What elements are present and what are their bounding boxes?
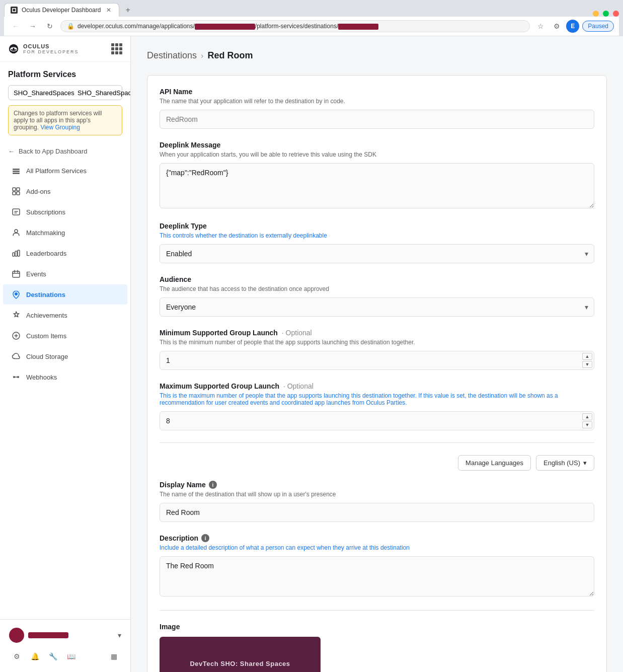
maximize-button[interactable]: □: [603, 11, 609, 17]
description-hint: Include a detailed description of what a…: [160, 544, 594, 551]
min-group-input[interactable]: [160, 351, 594, 370]
sidebar-item-leaderboards[interactable]: Leaderboards: [3, 243, 127, 263]
sidebar: OCULUS FOR DEVELOPERS Platform Services …: [0, 36, 131, 672]
sidebar-item-destinations[interactable]: Destinations: [3, 284, 127, 305]
layers-icon: [11, 166, 21, 176]
svg-rect-9: [13, 188, 16, 191]
profile-button[interactable]: E: [566, 20, 579, 33]
new-tab-button[interactable]: +: [121, 4, 134, 17]
description-section: Description i Include a detailed descrip…: [160, 534, 594, 598]
user-profile-button[interactable]: ▾: [6, 625, 124, 646]
sidebar-nav: ← Back to App Dashboard All Platform Ser…: [0, 138, 130, 619]
lang-label: English (US): [543, 459, 580, 467]
max-group-decrement[interactable]: ▼: [582, 421, 592, 428]
app-select-input[interactable]: SHO_SharedSpaces: [14, 89, 74, 97]
sidebar-footer-actions: ⚙ 🔔 🔧 📖 ▦: [6, 646, 124, 667]
forward-nav-button[interactable]: →: [26, 20, 39, 33]
sidebar-item-matchmaking[interactable]: Matchmaking: [3, 222, 127, 243]
sidebar-item-add-ons[interactable]: Add-ons: [3, 181, 127, 201]
sidebar-item-label-all-platform: All Platform Services: [26, 167, 87, 175]
min-group-increment[interactable]: ▲: [582, 353, 592, 360]
extensions-button[interactable]: ⚙: [550, 20, 563, 33]
min-group-decrement[interactable]: ▼: [582, 361, 592, 368]
deeplink-message-textarea[interactable]: {"map":"RedRoom"}: [160, 163, 594, 208]
events-icon: [11, 269, 21, 279]
address-bar[interactable]: 🔒 developer.oculus.com/manage/applicatio…: [60, 20, 530, 32]
matchmaking-icon: [11, 228, 21, 238]
display-name-section: Display Name i The name of the destinati…: [160, 481, 594, 522]
api-name-label: API Name: [160, 88, 594, 96]
main-content: Destinations › Red Room API Name The nam…: [131, 36, 623, 672]
notifications-button[interactable]: 🔔: [27, 649, 42, 664]
sidebar-item-events[interactable]: Events: [3, 264, 127, 284]
max-group-increment[interactable]: ▲: [582, 413, 592, 420]
sidebar-item-custom-items[interactable]: Custom Items: [3, 326, 127, 346]
tools-button[interactable]: 🔧: [45, 649, 60, 664]
grid-menu-icon[interactable]: [111, 43, 122, 54]
svg-point-5: [14, 48, 16, 50]
back-to-dashboard-link[interactable]: ← Back to App Dashboard: [0, 142, 130, 160]
max-group-label: Maximum Supported Group Launch · Optiona…: [160, 382, 594, 390]
display-name-label: Display Name: [160, 481, 206, 489]
browser-tab[interactable]: Oculus Developer Dashboard ✕: [4, 3, 119, 17]
app-container: OCULUS FOR DEVELOPERS Platform Services …: [0, 36, 623, 672]
deeplink-message-hint: When your application starts, you will b…: [160, 151, 594, 158]
max-group-spinners: ▲ ▼: [582, 413, 592, 428]
max-group-optional: · Optional: [283, 382, 314, 390]
description-textarea[interactable]: The Red Room: [160, 556, 594, 596]
sidebar-item-label-webhooks: Webhooks: [26, 374, 57, 381]
sidebar-header: OCULUS FOR DEVELOPERS: [0, 36, 130, 62]
display-name-input[interactable]: [160, 503, 594, 522]
url-prefix: developer.oculus.com/manage/applications…: [77, 23, 195, 30]
audience-section: Audience The audience that has access to…: [160, 275, 594, 317]
deeplink-type-select[interactable]: Enabled Disabled: [160, 244, 594, 263]
image-title: DevTech SHO: Shared Spaces: [190, 660, 290, 667]
custom-items-icon: [11, 331, 21, 341]
breadcrumb: Destinations › Red Room: [147, 50, 607, 61]
max-group-hint: This is the maximum number of people tha…: [160, 392, 594, 406]
sidebar-item-webhooks[interactable]: Webhooks: [3, 367, 127, 387]
paused-button[interactable]: Paused: [582, 21, 614, 32]
sidebar-item-label-cloud-storage: Cloud Storage: [26, 353, 68, 360]
tab-close-button[interactable]: ✕: [105, 6, 113, 14]
oculus-logo: OCULUS FOR DEVELOPERS: [8, 43, 79, 54]
breadcrumb-current: Red Room: [207, 50, 253, 61]
sidebar-item-subscriptions[interactable]: Subscriptions: [3, 202, 127, 222]
breadcrumb-parent-link[interactable]: Destinations: [147, 50, 197, 61]
bookmark-button[interactable]: ☆: [534, 20, 547, 33]
svg-rect-15: [13, 253, 15, 256]
svg-rect-7: [13, 171, 20, 172]
image-preview-area: DevTech SHO: Shared Spaces RED ROOM Repl…: [160, 637, 594, 672]
sidebar-dropdown: SHO_SharedSpaces SHO_SharedSpaces ▾ ⚠: [8, 85, 122, 100]
api-name-input[interactable]: [160, 110, 594, 129]
deeplink-message-label: Deeplink Message: [160, 141, 594, 149]
settings-button[interactable]: ⚙: [9, 649, 24, 664]
subscriptions-icon: [11, 207, 21, 217]
sidebar-item-all-platform[interactable]: All Platform Services: [3, 161, 127, 181]
webhooks-icon: [11, 372, 21, 382]
display-name-info-icon[interactable]: i: [209, 481, 217, 489]
panel-button[interactable]: ▦: [106, 649, 121, 664]
reload-button[interactable]: ↻: [43, 20, 56, 33]
sidebar-item-label-events: Events: [26, 270, 46, 278]
bookmark-sidebar-button[interactable]: 📖: [63, 649, 79, 664]
tab-favicon: [11, 7, 18, 14]
sidebar-item-cloud-storage[interactable]: Cloud Storage: [3, 346, 127, 366]
audience-hint: The audience that has access to the dest…: [160, 285, 594, 292]
language-select-button[interactable]: English (US) ▾: [536, 455, 594, 471]
app-selector[interactable]: SHO_SharedSpaces SHO_SharedSpaces ▾ ⚠: [8, 85, 122, 100]
view-grouping-link[interactable]: View Grouping: [40, 124, 80, 131]
deeplink-message-section: Deeplink Message When your application s…: [160, 141, 594, 210]
audience-select[interactable]: Everyone Invite Only Followers: [160, 297, 594, 317]
tab-title: Oculus Developer Dashboard: [22, 7, 101, 14]
deeplink-type-section: Deeplink Type This controls whether the …: [160, 222, 594, 263]
image-content: DevTech SHO: Shared Spaces RED ROOM: [182, 652, 298, 673]
sidebar-warning-banner: Changes to platform services will apply …: [8, 105, 122, 135]
sidebar-item-achievements[interactable]: Achievements: [3, 305, 127, 325]
back-nav-button[interactable]: ←: [9, 20, 22, 33]
manage-languages-button[interactable]: Manage Languages: [458, 455, 531, 471]
max-group-input[interactable]: [160, 411, 594, 430]
minimize-button[interactable]: −: [593, 11, 599, 17]
description-info-icon[interactable]: i: [201, 534, 209, 542]
close-button[interactable]: ✕: [613, 11, 619, 17]
